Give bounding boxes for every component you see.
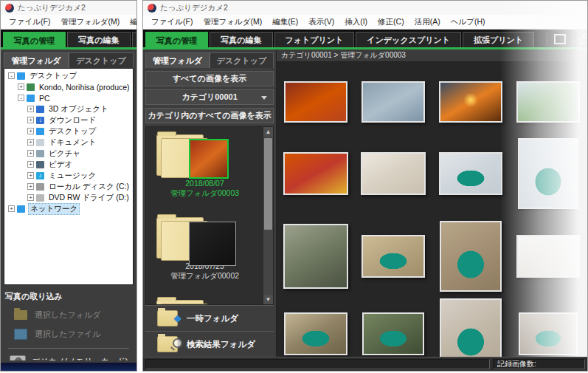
show-all-in-category-button[interactable]: カテゴリ内のすべての画像を表示 [145, 108, 274, 123]
tree-item-label: ローカル ディスク (C:) [47, 182, 131, 192]
video-icon [36, 161, 44, 168]
tab-インデックスプリント[interactable]: インデックスプリント [356, 32, 461, 47]
scroll-up-arrow[interactable]: ▲ [263, 127, 273, 137]
toolbar [543, 30, 587, 48]
photo-thumbnail-mother-toddler-closeup[interactable] [440, 298, 502, 357]
tree-item[interactable]: +ビデオ [4, 159, 133, 170]
photo-thumbnail-white-cherry-blossoms[interactable] [361, 152, 426, 195]
panel-tab-管理フォルダ[interactable]: 管理フォルダ [4, 52, 69, 68]
photo-thumbnail-father-and-toddler[interactable] [284, 312, 347, 355]
temp-folder-icon: ◆ [157, 310, 178, 326]
frame-icon[interactable] [551, 31, 569, 47]
temp-folder-button[interactable]: ◆一時フォルダ [145, 305, 274, 331]
expand-icon[interactable]: + [27, 139, 34, 146]
panel-tab-管理フォルダ[interactable]: 管理フォルダ [145, 52, 210, 68]
photo-cell [277, 297, 354, 357]
menu-item[interactable]: 管理フォルダ(M) [198, 17, 267, 27]
expand-icon[interactable]: + [27, 183, 34, 190]
scrollbar-thumb[interactable] [264, 138, 272, 230]
photo-thumbnail-toddler-laughing-field[interactable] [362, 235, 425, 278]
expand-icon[interactable]: + [27, 128, 34, 134]
category-dropdown-value: カテゴリ00001 [181, 92, 238, 101]
right-window: たっぷりデジカメ2 ファイル(F)管理フォルダ(M)編集(E)表示(V)挿入(I… [142, 0, 588, 372]
3d-object-icon [36, 106, 44, 113]
menu-item[interactable]: 修正(C) [373, 17, 409, 27]
magnifier-icon [173, 338, 182, 348]
tree-item[interactable]: -PC [4, 92, 133, 103]
import-selected-folder: 選択したフォルダ [4, 305, 134, 324]
tree-item[interactable]: +ネットワーク [4, 203, 133, 214]
expand-icon[interactable]: + [27, 106, 34, 112]
panel-tab-デスクトップ[interactable]: デスクトップ [210, 52, 274, 68]
expand-icon[interactable]: + [27, 161, 34, 168]
photo-cell [432, 297, 510, 357]
tab-拡張プリント[interactable]: 拡張プリント [463, 32, 534, 47]
expand-icon[interactable]: + [8, 205, 15, 212]
photo-thumbnail-toddler-green-coat[interactable] [439, 152, 502, 195]
tab-写真の編集[interactable]: 写真の編集 [67, 32, 130, 47]
tree-item[interactable]: +3D オブジェクト [4, 103, 133, 114]
desktop-icon [17, 72, 25, 80]
file-icon [14, 329, 27, 340]
expand-icon[interactable]: + [27, 194, 34, 201]
photo-thumbnail-family-hug-white[interactable] [516, 235, 580, 278]
menu-item[interactable]: 編集(E) [267, 17, 303, 27]
menu-item[interactable]: 管理フォルダ(M) [55, 17, 125, 27]
expand-icon[interactable]: + [27, 117, 34, 123]
tree-item[interactable]: +↓ダウンロード [4, 114, 133, 126]
menu-item[interactable]: 活用(A) [409, 17, 446, 27]
chevron-down-icon [261, 96, 267, 100]
photo-thumbnail-toddler-closeup[interactable] [440, 221, 502, 292]
folder-list-scrollbar[interactable]: ▲ ▼ [263, 127, 273, 304]
panel-tab-デスクトップ[interactable]: デスクトップ [69, 52, 134, 68]
folder-item[interactable]: 2018/07/23管理フォルダ00002 [146, 214, 263, 297]
tree-item[interactable]: +♪ミュージック [4, 170, 133, 181]
category-dropdown[interactable]: カテゴリ00001 [145, 89, 274, 105]
menu-item[interactable]: 挿入(I) [339, 17, 373, 27]
tree-item[interactable]: -デスクトップ [4, 70, 133, 81]
menu-item[interactable]: ファイル(F) [146, 17, 198, 27]
photo-thumbnail-toddler-green-coat-portrait[interactable] [518, 138, 578, 209]
toolbar-separator [547, 32, 547, 46]
expand-icon[interactable]: + [27, 172, 34, 179]
expand-icon[interactable]: + [18, 83, 24, 90]
scrollbar-track[interactable] [263, 137, 273, 295]
toolbar-separator [573, 32, 573, 46]
menu-item[interactable]: 表示(V) [303, 17, 339, 27]
photo-thumbnail-sunset-over-hills[interactable] [439, 81, 502, 123]
tree-item[interactable]: +DVD RW ドライブ (D:) [4, 192, 133, 203]
copy-icon[interactable] [577, 31, 587, 47]
collapse-icon[interactable]: - [8, 72, 15, 79]
photo-cell [277, 131, 354, 216]
import-selected-file: 選択したファイル [4, 324, 134, 343]
menu-item[interactable]: ファイル(F) [4, 17, 55, 27]
tab-フォトプリント[interactable]: フォトプリント [132, 32, 136, 47]
tree-item[interactable]: +ピクチャ [4, 148, 133, 159]
photo-thumbnail-child-on-shoulders-field[interactable] [516, 81, 580, 123]
expand-icon[interactable]: + [27, 150, 34, 157]
folder-item[interactable]: 2018/08/07管理フォルダ00003 [146, 131, 263, 214]
tab-写真の編集[interactable]: 写真の編集 [210, 32, 272, 47]
tree-item[interactable]: +Kondo, Norihisa (produce) [4, 81, 133, 92]
menu-item[interactable]: 編集(E) [125, 17, 136, 27]
menu-item[interactable]: ヘルプ(H) [446, 17, 491, 27]
photo-cell [277, 216, 354, 297]
network-icon [17, 205, 25, 213]
right-menubar: ファイル(F)管理フォルダ(M)編集(E)表示(V)挿入(I)修正(C)活用(A… [143, 15, 587, 30]
tab-フォトプリント[interactable]: フォトプリント [274, 32, 355, 47]
camera-import-button[interactable]: デジカメ(メモリーカード) [5, 355, 133, 360]
photo-thumbnail-mother-holding-toddler[interactable] [519, 312, 578, 355]
photo-thumbnail-red-maple-tree[interactable] [283, 152, 348, 195]
search-results-folder-button[interactable]: 検索結果フォルダ [145, 331, 274, 357]
photo-thumbnail-blossom-branch-blue[interactable] [362, 81, 425, 123]
photo-thumbnail-mother-toddler-park[interactable] [362, 312, 424, 355]
photo-thumbnail-family-in-park[interactable] [283, 224, 348, 289]
tree-item[interactable]: +ドキュメント [4, 137, 133, 148]
tree-item[interactable]: +デスクトップ [4, 126, 133, 137]
collapse-icon[interactable]: - [18, 95, 24, 101]
tree-item[interactable]: +ローカル ディスク (C:) [4, 181, 133, 192]
scroll-down-arrow[interactable]: ▼ [263, 295, 273, 304]
folder-item[interactable] [146, 297, 263, 304]
show-all-images-button[interactable]: すべての画像を表示 [145, 71, 274, 86]
photo-thumbnail-autumn-leaves-hands[interactable] [284, 81, 347, 123]
